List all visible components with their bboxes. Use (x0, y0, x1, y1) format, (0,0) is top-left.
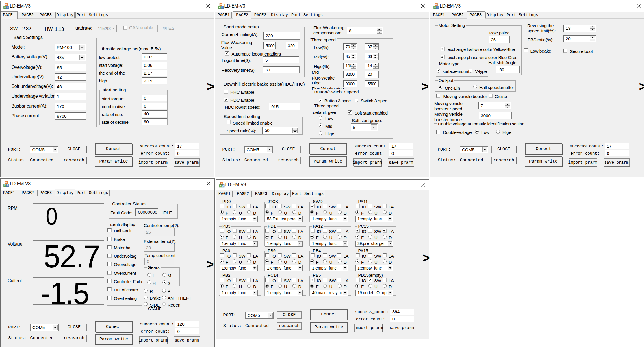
svg-text:M: M (221, 182, 222, 184)
svg-text:F: F (220, 185, 221, 187)
svg-text:C: C (222, 185, 224, 187)
svg-text:F: F (4, 184, 6, 186)
svg-text:M: M (5, 182, 7, 184)
svg-text:F: F (434, 6, 436, 8)
svg-text:M: M (220, 4, 222, 6)
svg-text:C: C (437, 6, 438, 8)
svg-text:M: M (5, 4, 7, 6)
svg-text:F: F (219, 6, 220, 8)
svg-text:F: F (4, 6, 6, 8)
svg-text:C: C (7, 184, 8, 186)
svg-text:M: M (435, 4, 437, 6)
svg-text:C: C (7, 6, 8, 8)
svg-text:C: C (221, 6, 223, 8)
